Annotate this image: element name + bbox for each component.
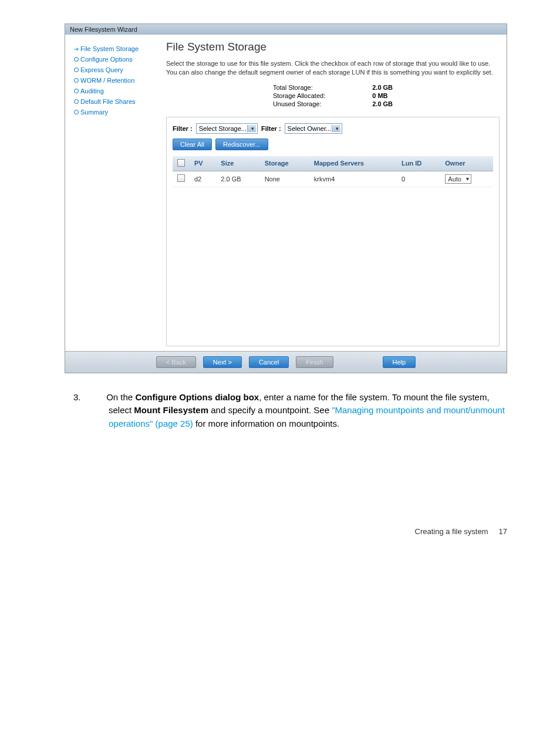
cell-mapped: krkvm4: [309, 171, 397, 187]
circle-icon: [72, 78, 80, 83]
total-storage-value: 2.0 GB: [372, 83, 393, 92]
sidebar-item-configure-options[interactable]: Configure Options: [72, 54, 166, 65]
cell-lun: 0: [397, 171, 440, 187]
filter-storage-select[interactable]: Select Storage... ▾: [196, 123, 258, 134]
filter-storage-label: Filter :: [173, 125, 193, 132]
cell-size: 2.0 GB: [216, 171, 259, 187]
page-footer: Creating a file system 17: [0, 430, 560, 536]
header-owner: Owner: [440, 156, 493, 171]
sidebar-item-label: WORM / Retention: [80, 77, 134, 84]
table-empty-space: [173, 187, 493, 340]
doc-step-3: 3. On the Configure Options dialog box, …: [91, 391, 507, 431]
chevron-down-icon: ▾: [336, 126, 339, 131]
sidebar-item-express-query[interactable]: Express Query: [72, 65, 166, 75]
page-footer-text: Creating a file system: [415, 527, 488, 536]
sidebar-item-summary[interactable]: Summary: [72, 107, 166, 117]
sidebar-item-label: Auditing: [80, 87, 104, 94]
help-button[interactable]: Help: [383, 356, 416, 368]
storage-allocated-value: 0 MB: [372, 92, 393, 100]
circle-icon: [72, 99, 80, 104]
unused-storage-label: Unused Storage:: [273, 100, 325, 108]
total-storage-label: Total Storage:: [273, 83, 325, 92]
rediscover-button[interactable]: Rediscover...: [215, 139, 268, 150]
bold-text: Configure Options dialog box: [135, 392, 259, 402]
sidebar-item-label: Summary: [80, 109, 108, 116]
cell-pv: d2: [190, 171, 216, 187]
wizard-main: File System Storage Select the storage t…: [166, 40, 500, 346]
sidebar-item-auditing[interactable]: Auditing: [72, 86, 166, 96]
finish-button: Finish: [296, 356, 333, 368]
table-row[interactable]: d2 2.0 GB None krkvm4 0 Auto: [173, 171, 493, 187]
wizard-sidebar: ➔ File System Storage Configure Options …: [72, 40, 166, 346]
page-number: 17: [499, 527, 507, 536]
back-button: < Back: [156, 356, 196, 368]
cell-storage: None: [260, 171, 309, 187]
row-checkbox[interactable]: [177, 174, 185, 182]
circle-icon: [72, 110, 80, 114]
chevron-down-icon: ▾: [251, 126, 254, 131]
arrow-icon: ➔: [72, 46, 80, 52]
header-pv: PV: [190, 156, 216, 171]
header-size: Size: [216, 156, 259, 171]
sidebar-item-worm-retention[interactable]: WORM / Retention: [72, 75, 166, 86]
sidebar-item-label: File System Storage: [80, 45, 139, 52]
sidebar-item-file-system-storage[interactable]: ➔ File System Storage: [72, 43, 166, 54]
sidebar-item-label: Configure Options: [80, 56, 133, 63]
wizard-title-bar: New Filesystem Wizard: [65, 24, 507, 35]
header-checkbox[interactable]: [173, 156, 190, 171]
header-storage: Storage: [260, 156, 309, 171]
filter-owner-select[interactable]: Select Owner... ▾: [285, 123, 343, 134]
clear-all-button[interactable]: Clear All: [173, 139, 212, 150]
step-number: 3.: [91, 391, 104, 404]
storage-allocated-label: Storage Allocated:: [273, 92, 325, 100]
cancel-button[interactable]: Cancel: [249, 356, 289, 368]
circle-icon: [72, 67, 80, 72]
sidebar-item-label: Express Query: [80, 66, 123, 73]
circle-icon: [72, 57, 80, 62]
sidebar-item-label: Default File Shares: [80, 98, 136, 105]
wizard-dialog: New Filesystem Wizard ➔ File System Stor…: [65, 23, 507, 373]
owner-select[interactable]: Auto: [445, 174, 471, 184]
storage-table: PV Size Storage Mapped Servers Lun ID Ow…: [173, 156, 493, 187]
storage-table-panel: Filter : Select Storage... ▾ Filter : Se…: [166, 117, 500, 346]
header-mapped: Mapped Servers: [309, 156, 397, 171]
storage-stats: Total Storage: Storage Allocated: Unused…: [166, 83, 500, 108]
filter-owner-label: Filter :: [261, 125, 281, 132]
page-title: File System Storage: [166, 40, 500, 53]
header-lun: Lun ID: [397, 156, 440, 171]
page-description: Select the storage to use for this file …: [166, 59, 500, 77]
bold-text: Mount Filesystem: [134, 405, 208, 415]
sidebar-item-default-file-shares[interactable]: Default File Shares: [72, 96, 166, 107]
wizard-footer: < Back Next > Cancel Finish Help: [65, 351, 507, 373]
cell-owner: Auto: [440, 171, 493, 187]
circle-icon: [72, 89, 80, 93]
next-button[interactable]: Next >: [203, 356, 242, 368]
unused-storage-value: 2.0 GB: [372, 100, 393, 108]
